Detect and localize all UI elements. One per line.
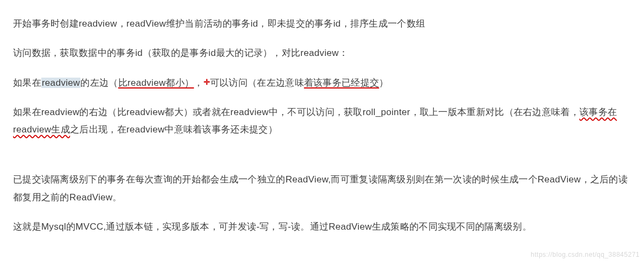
paragraph-4: 如果在readview的右边（比readview都大）或者就在readview中… bbox=[13, 104, 631, 139]
p3-highlight-readview: readview bbox=[41, 78, 80, 88]
paragraph-1: 开始事务时创建readview，readView维护当前活动的事务id，即未提交… bbox=[13, 15, 631, 33]
p3-text-8: ） bbox=[379, 78, 388, 88]
p3-text-5: ， bbox=[194, 78, 203, 88]
p3-text-6: 可以访问（在左边意味 bbox=[210, 78, 304, 88]
p3-underline-smaller: 比readview都小） bbox=[118, 78, 194, 88]
paragraph-5: 已提交读隔离级别下的事务在每次查询的开始都会生成一个独立的ReadView,而可… bbox=[13, 171, 631, 206]
p4-text-tail: 之后出现，在readview中意味着该事务还未提交） bbox=[70, 124, 277, 135]
paragraph-2: 访问数据，获取数据中的事务id（获取的是事务id最大的记录），对比readvie… bbox=[13, 45, 631, 62]
p4-text-1: 如果在readview的右边（比readview都大）或者就在readview中… bbox=[13, 107, 579, 117]
p3-text-1: 如果在 bbox=[13, 78, 41, 88]
paragraph-6: 这就是Mysql的MVCC,通过版本链，实现多版本，可并发读-写，写-读。通过R… bbox=[13, 218, 631, 236]
cross-mark-icon: ✛ bbox=[204, 75, 210, 90]
p3-underline-committed: 着该事务已经提交 bbox=[304, 78, 379, 88]
p3-text-3: 的左边（ bbox=[80, 78, 118, 88]
paragraph-3: 如果在readview的左边（比readview都小），✛可以访问（在左边意味着… bbox=[13, 74, 631, 92]
watermark-text: https://blog.csdn.net/qq_38845271 bbox=[531, 249, 640, 261]
